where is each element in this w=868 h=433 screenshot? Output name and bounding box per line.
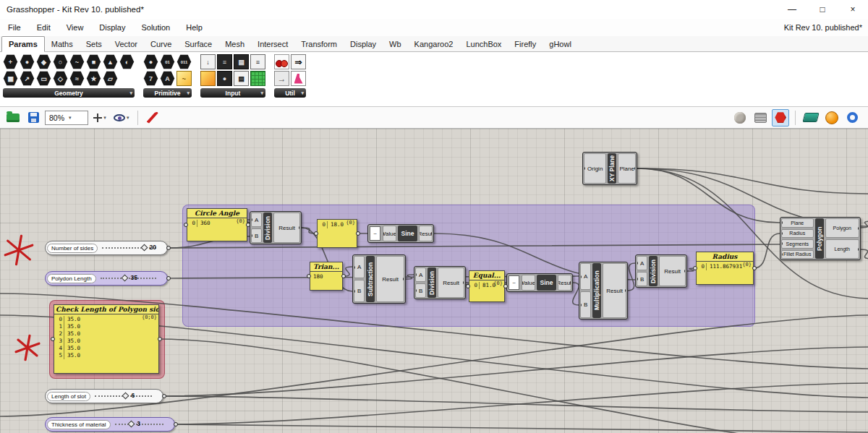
preview-layers-button[interactable] [752,109,769,127]
save-button[interactable] [25,109,42,127]
output-port[interactable] [625,288,626,293]
output-port[interactable] [162,394,166,398]
division-2-node[interactable]: ABDivisionResult [414,266,466,299]
param-circle-icon[interactable]: ○ [53,54,68,69]
primitive-group-label[interactable]: Primitive▾ [143,88,192,98]
param-binary-icon[interactable]: 01 [160,54,175,69]
polygon-length-slider[interactable]: Polydon Length35 [45,271,168,286]
output-port[interactable] [166,246,171,250]
geometry-group-label[interactable]: Geometry▾ [3,88,135,98]
tab-display[interactable]: Display [344,37,383,51]
output-port[interactable] [166,276,171,280]
menu-item-edit[interactable]: Edit [29,19,59,36]
output-port[interactable] [463,280,464,285]
param-mesh-icon[interactable]: ▦ [3,71,18,86]
param-number-icon[interactable]: 7 [143,71,158,86]
tab-ghowl[interactable]: gHowl [542,37,578,51]
output-port[interactable] [752,266,757,270]
input-port[interactable] [354,265,355,270]
division-3-node[interactable]: ABDivisionResult [635,254,687,288]
slider-track[interactable]: 35 [101,278,156,279]
output-port[interactable] [403,277,404,281]
param-curve-icon[interactable]: ~ [69,54,85,69]
zoom-select[interactable]: 80% ▾ [45,111,88,125]
input-port[interactable] [184,223,188,227]
menu-item-display[interactable]: Display [91,19,133,36]
param-point-icon[interactable]: + [3,54,18,69]
colour-swatch-icon[interactable] [250,71,265,86]
param-text-icon[interactable]: A [160,71,175,86]
multiplication-node[interactable]: ABMultiplicationResult [579,262,628,320]
radius-panel[interactable]: Radius{0}0111.867931 [696,252,754,285]
input-port[interactable] [693,266,697,270]
polygon-node[interactable]: PlaneRadiusSegmentsFillet RadiusPolygonP… [780,217,861,260]
slider-grip[interactable] [128,421,135,428]
item-picker-icon[interactable]: ▤ [234,71,249,86]
param-twisted-box-icon[interactable]: ▱ [103,71,118,86]
input-port[interactable] [637,261,638,265]
slider-grip[interactable] [140,244,148,252]
input-port[interactable] [781,252,783,257]
flask-icon[interactable] [291,71,306,86]
slider-track[interactable]: 3 [115,424,163,425]
close-button[interactable]: × [838,0,868,19]
check-length-panel[interactable]: Check Length of Polygon side{0;0}035.013… [54,304,159,374]
xy-plane-node[interactable]: OriginXY PlanePlane [582,152,637,185]
menu-item-file[interactable]: File [0,19,29,36]
input-port[interactable] [307,274,311,278]
input-port[interactable] [781,241,783,246]
param-surface-icon[interactable]: ▲ [103,54,118,69]
input-port[interactable] [781,220,783,225]
division-1-node[interactable]: ABDivisionResult [250,211,302,244]
output-port[interactable] [299,226,300,230]
slider-track[interactable]: 20 [102,247,156,249]
param-plane-icon[interactable]: ◆ [36,54,51,69]
input-port[interactable] [781,231,783,236]
input-port[interactable] [251,233,252,238]
output-port[interactable] [431,231,433,236]
canvas[interactable]: OriginXY PlanePlaneABDivisionResult~Valu… [0,129,868,433]
number-of-sides-slider[interactable]: Number of sides20 [45,241,168,255]
tab-firefly[interactable]: Firefly [508,37,542,51]
gradient-icon[interactable] [200,71,216,86]
zoom-extents-button[interactable]: ▾ [91,109,109,127]
tab-curve[interactable]: Curve [144,37,178,51]
output-port[interactable] [158,337,162,341]
data-recorder-icon[interactable]: ⇒ [291,54,306,69]
input-port[interactable] [251,218,252,222]
circle-angle-panel[interactable]: Circle Angle{0}0360 [187,208,247,241]
number-slider-icon[interactable]: ≡ [217,54,232,69]
menu-item-solution[interactable]: Solution [133,19,178,36]
import-file-icon[interactable]: ↓ [200,54,216,69]
param-vector-icon[interactable]: ● [20,54,35,69]
slider-track[interactable]: 6 [95,395,152,397]
open-button[interactable] [4,109,22,127]
tab-wb[interactable]: Wb [383,37,408,51]
output-port[interactable] [684,269,686,273]
param-path-icon[interactable]: ~ [176,71,192,86]
display-ring-button[interactable] [843,109,861,127]
sketch-button[interactable] [144,109,161,127]
panel-icon[interactable]: ▤ [234,54,249,69]
input-port[interactable] [584,166,585,171]
tab-mesh[interactable]: Mesh [218,37,251,51]
sine-1-node[interactable]: ~ValueSineResult [367,224,434,243]
output-port[interactable] [503,284,508,288]
length-of-slot-slider[interactable]: Length of slot6 [45,389,163,403]
param-field-icon[interactable]: ≈ [69,71,85,86]
input-port[interactable] [415,288,417,293]
tab-transform[interactable]: Transform [294,37,344,51]
output-port[interactable] [174,422,178,426]
triangle-panel[interactable]: Trian...180 [310,262,343,291]
param-box-icon[interactable]: ■ [86,54,101,69]
maximize-button[interactable]: □ [807,0,838,19]
menu-item-help[interactable]: Help [178,19,210,36]
minimize-button[interactable]: — [777,0,807,19]
output-port[interactable] [246,223,250,227]
preview-button[interactable]: ▾ [111,109,132,127]
subtraction-node[interactable]: ABSubtractionResult [352,254,406,304]
tab-sets[interactable]: Sets [80,37,109,51]
equal-panel[interactable]: Equal...{0}081.0 [469,270,505,302]
output-port[interactable] [570,280,571,285]
sine-2-node[interactable]: ~ValueSineResult [506,273,573,292]
